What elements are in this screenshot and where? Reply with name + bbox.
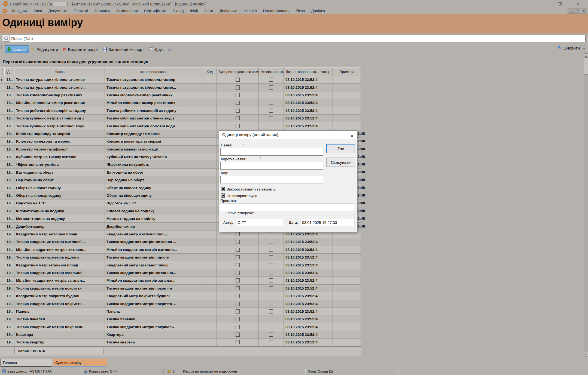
table-row[interactable]: 19..Тисяча квадратних метрів житлової ..… — [0, 238, 361, 246]
table-row[interactable]: 19..КвартираКвартира08.10.2015 23:52:48 — [0, 331, 361, 339]
row-checkbox[interactable] — [269, 232, 273, 236]
menu-item-14[interactable]: Довідка — [311, 9, 325, 13]
table-row[interactable]: 19..Квадратний метр покриття будівліКвад… — [0, 292, 361, 300]
row-checkbox[interactable] — [236, 317, 240, 321]
table-row[interactable]: 19..Тисяча квартирТисяча квартир08.10.20… — [0, 339, 361, 346]
table-row[interactable]: 18..Тисяча кубічних метрів обігової води… — [0, 122, 361, 130]
column-header-4[interactable]: Використовувати за замо... — [217, 67, 259, 76]
note-input[interactable] — [220, 204, 354, 211]
column-header-7[interactable]: Автор — [318, 67, 333, 76]
row-checkbox[interactable] — [269, 278, 273, 282]
row-checkbox[interactable] — [269, 124, 273, 128]
vertical-scrollbar[interactable]: ▲ ▼ — [584, 53, 588, 356]
column-header-1[interactable]: Назва — [14, 67, 105, 76]
row-checkbox[interactable] — [236, 302, 240, 306]
column-header-6[interactable]: Дата створення за... — [284, 67, 318, 76]
cancel-button[interactable]: Скасувати — [326, 158, 355, 167]
table-row[interactable]: 19..Тисяча квадратних метрів підлогиТися… — [0, 254, 361, 261]
row-checkbox[interactable] — [236, 232, 240, 236]
mdi-minimize-button[interactable]: _ — [568, 8, 574, 14]
export-button[interactable]: Загальний експорт — [100, 46, 146, 53]
bottom-tab-1[interactable]: Одиниці виміру — [53, 359, 107, 367]
author-input[interactable]: GIFT — [236, 219, 283, 226]
table-row[interactable]: 19..Тисяча квадратних метрів покрівель..… — [0, 323, 361, 331]
name-input[interactable] — [220, 148, 323, 156]
row-checkbox[interactable] — [236, 85, 240, 90]
toolbar-grip[interactable] — [1, 45, 3, 53]
row-checkbox[interactable] — [269, 240, 273, 244]
row-checkbox[interactable] — [269, 255, 273, 259]
table-row[interactable]: 19..Мільйон квадратних метрів загальн...… — [0, 277, 361, 284]
menu-item-1[interactable]: Каса — [34, 9, 42, 13]
delete-row-button[interactable]: ✖ Видалити рядок — [60, 45, 100, 54]
row-checkbox[interactable] — [236, 309, 240, 313]
view-grid-button[interactable]: ≣ — [166, 45, 173, 54]
table-row[interactable]: 19..Тисяча панелейТисяча панелей08.10.20… — [0, 315, 361, 323]
menu-item-7[interactable]: Склад — [173, 9, 184, 13]
row-checkbox[interactable] — [236, 116, 240, 120]
row-checkbox[interactable] — [269, 263, 273, 267]
not-used-checkbox[interactable] — [221, 193, 225, 198]
row-checkbox[interactable] — [269, 302, 273, 306]
row-checkbox[interactable] — [269, 248, 273, 252]
row-checkbox[interactable] — [236, 240, 240, 244]
table-row[interactable]: ►18..Тисяча натуральних кіловольт-амперТ… — [0, 76, 361, 84]
column-header-8[interactable]: Примітка — [333, 67, 361, 76]
menu-item-9[interactable]: Звіти — [204, 9, 213, 13]
menu-item-8[interactable]: Філії — [190, 9, 198, 13]
scroll-up-button[interactable]: ▲ — [584, 53, 588, 58]
column-header-3[interactable]: Код — [203, 67, 217, 76]
row-checkbox[interactable] — [269, 101, 273, 105]
edit-button[interactable]: ✎ Редагувати — [29, 45, 60, 54]
row-checkbox[interactable] — [269, 109, 273, 113]
row-checkbox[interactable] — [236, 78, 240, 82]
mdi-restore-button[interactable] — [574, 8, 580, 14]
use-default-checkbox[interactable] — [221, 187, 225, 191]
row-checkbox[interactable] — [236, 271, 240, 275]
group-by-panel[interactable]: Перетягніть заголовок колонки сюди для у… — [0, 56, 588, 67]
row-checkbox[interactable] — [269, 309, 273, 313]
row-checkbox[interactable] — [269, 93, 273, 97]
bottom-tab-0[interactable]: Головна — [1, 359, 52, 367]
scroll-down-button[interactable]: ▼ — [584, 352, 588, 356]
menu-item-4[interactable]: Залишки — [94, 9, 110, 13]
table-row[interactable]: 19..Мільйон квадратних метрів житлово...… — [0, 246, 361, 254]
table-row[interactable]: 19..Тисяча квадратних метрів покриттяТис… — [0, 285, 361, 292]
row-checkbox[interactable] — [236, 294, 240, 298]
dialog-close-button[interactable]: × — [348, 132, 353, 137]
table-row[interactable]: 19..Квадратний метр загальної площіКвадр… — [0, 261, 361, 269]
column-header-0[interactable]: ІД — [4, 67, 14, 76]
row-checkbox[interactable] — [269, 294, 273, 298]
table-row[interactable]: 18..Тисяча натуральних кіловольт-ампе...… — [0, 84, 361, 91]
menu-item-3[interactable]: Платежі — [74, 9, 88, 13]
table-row[interactable]: 18..Тисяча кіловольт-ампер реактивнихТис… — [0, 91, 361, 99]
row-checkbox[interactable] — [269, 286, 273, 290]
menu-item-12[interactable]: Налаштування — [263, 9, 290, 13]
menu-item-2[interactable]: Документи — [48, 9, 68, 13]
refresh-button[interactable]: ↻ Оновити — [558, 45, 580, 51]
row-checkbox[interactable] — [236, 93, 240, 97]
restore-button[interactable] — [555, 1, 563, 7]
row-checkbox[interactable] — [269, 340, 273, 344]
table-row[interactable]: 19..Тисяча квадратних метрів загальної..… — [0, 269, 361, 277]
row-checkbox[interactable] — [236, 101, 240, 105]
table-row[interactable]: 19..ПанельПанель08.10.2015 23:52:48 — [0, 308, 361, 315]
table-row[interactable]: 19..Тисяча квадратних метрів покриття ..… — [0, 300, 361, 308]
row-checkbox[interactable] — [236, 248, 240, 252]
refresh-dropdown[interactable]: ▾ — [583, 47, 585, 50]
search-input[interactable] — [10, 36, 585, 41]
row-checkbox[interactable] — [269, 85, 273, 90]
column-header-2[interactable]: скорочена назва — [105, 67, 203, 76]
table-row[interactable]: 18..Тисяча робочих кілокалорій за годину… — [0, 107, 361, 115]
row-checkbox[interactable] — [236, 286, 240, 290]
code-input[interactable] — [220, 176, 323, 183]
menu-item-6[interactable]: Сертифікати — [144, 9, 166, 13]
menu-item-11[interactable]: eHealth — [244, 9, 257, 13]
close-button[interactable]: × — [574, 1, 582, 7]
table-row[interactable]: 18..Мільйон кіловольт-ампер реактивнихМі… — [0, 99, 361, 107]
row-checkbox[interactable] — [236, 333, 240, 337]
menu-item-5[interactable]: Замовлення — [116, 9, 138, 13]
row-checkbox[interactable] — [236, 278, 240, 282]
menu-item-0[interactable]: Довідник — [12, 9, 28, 13]
menu-item-10[interactable]: Довідники — [220, 9, 237, 13]
